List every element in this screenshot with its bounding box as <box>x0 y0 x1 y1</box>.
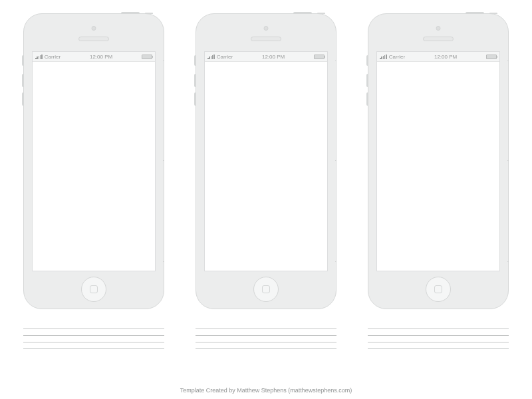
phone-screen: Carrier 12:00 PM <box>204 51 328 271</box>
note-line <box>368 329 509 336</box>
status-bar: Carrier 12:00 PM <box>377 52 499 62</box>
antenna-seam <box>507 261 509 262</box>
phone-column: Carrier 12:00 PM <box>368 13 509 349</box>
mute-switch <box>194 55 196 66</box>
mute-switch <box>22 55 24 66</box>
home-button[interactable] <box>253 277 279 302</box>
antenna-seam <box>335 61 336 61</box>
note-line <box>23 336 164 342</box>
earpiece-icon <box>251 37 281 41</box>
camera-sensor-icon <box>436 26 441 31</box>
volume-down-button <box>366 92 368 106</box>
phone-column: Carrier 12:00 PM <box>196 13 336 349</box>
mute-switch <box>366 55 368 66</box>
home-button-icon <box>262 285 270 293</box>
power-button <box>293 12 312 14</box>
battery-icon <box>314 55 325 59</box>
home-button[interactable] <box>81 277 106 302</box>
lock-button <box>489 13 497 14</box>
carrier-label: Carrier <box>389 54 405 60</box>
status-bar-left: Carrier <box>380 54 405 60</box>
notes-lines <box>368 323 509 349</box>
phone-screen: Carrier 12:00 PM <box>32 51 156 271</box>
home-button[interactable] <box>426 277 451 302</box>
note-line <box>23 329 164 336</box>
notes-lines <box>196 323 336 349</box>
note-line <box>196 329 336 336</box>
credit-line: Template Created by Matthew Stephens (ma… <box>0 387 532 394</box>
note-line <box>196 336 336 342</box>
earpiece-icon <box>78 37 109 41</box>
time-label: 12:00 PM <box>434 54 457 60</box>
battery-icon <box>486 55 497 59</box>
time-label: 12:00 PM <box>90 54 112 60</box>
note-line <box>368 342 509 349</box>
antenna-seam <box>163 261 164 262</box>
notes-lines <box>23 323 164 349</box>
phone-frame: Carrier 12:00 PM <box>23 13 164 309</box>
phone-screen: Carrier 12:00 PM <box>376 51 500 271</box>
home-button-icon <box>90 285 98 293</box>
signal-bars-icon <box>380 55 387 59</box>
note-line <box>23 323 164 329</box>
volume-up-button <box>22 74 24 87</box>
volume-up-button <box>194 74 196 87</box>
antenna-seam <box>335 160 336 161</box>
time-label: 12:00 PM <box>262 54 285 60</box>
status-bar: Carrier 12:00 PM <box>205 52 327 62</box>
phones-row: Carrier 12:00 PM <box>0 0 532 349</box>
phone-frame: Carrier 12:00 PM <box>368 13 509 309</box>
note-line <box>23 342 164 349</box>
status-bar: Carrier 12:00 PM <box>33 52 155 62</box>
status-bar-left: Carrier <box>35 54 61 60</box>
volume-up-button <box>366 74 368 87</box>
battery-icon <box>142 55 152 59</box>
antenna-seam <box>507 61 509 61</box>
antenna-seam <box>163 61 164 61</box>
antenna-seam <box>335 261 336 262</box>
volume-down-button <box>194 92 196 106</box>
status-bar-left: Carrier <box>207 54 233 60</box>
signal-bars-icon <box>207 55 215 59</box>
carrier-label: Carrier <box>217 54 233 60</box>
note-line <box>196 323 336 329</box>
signal-bars-icon <box>35 55 43 59</box>
carrier-label: Carrier <box>45 54 61 60</box>
antenna-seam <box>163 160 164 161</box>
note-line <box>368 336 509 342</box>
camera-sensor-icon <box>264 26 269 31</box>
antenna-seam <box>507 160 509 161</box>
lock-button <box>145 13 153 14</box>
note-line <box>196 342 336 349</box>
lock-button <box>317 13 325 14</box>
camera-sensor-icon <box>92 26 96 31</box>
volume-down-button <box>22 92 24 106</box>
earpiece-icon <box>423 37 454 41</box>
power-button <box>121 12 140 14</box>
power-button <box>466 12 484 14</box>
home-button-icon <box>434 285 442 293</box>
phone-column: Carrier 12:00 PM <box>23 13 164 349</box>
note-line <box>368 323 509 329</box>
phone-frame: Carrier 12:00 PM <box>196 13 336 309</box>
